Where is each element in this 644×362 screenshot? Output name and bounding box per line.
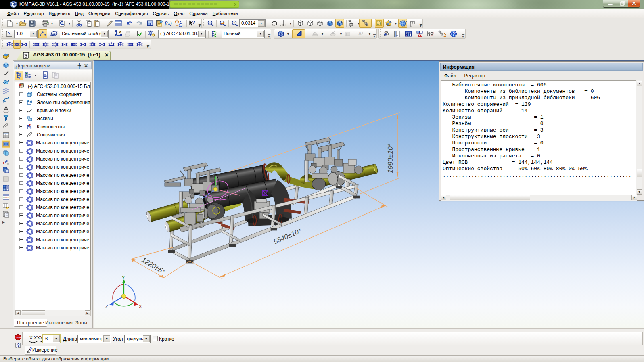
svg-text:?: ? [17,343,20,347]
svg-text:1: 1 [176,20,178,24]
svg-text:STOP: STOP [16,336,21,339]
svg-text:f(x): f(x) [165,21,172,26]
svg-text:?: ? [192,19,195,25]
svg-text:5540±10*: 5540±10* [272,227,303,246]
svg-text:1990±10*: 1990±10* [387,143,394,173]
svg-text:Z: Z [105,304,108,309]
svg-text:X: X [139,304,142,309]
svg-text:2: 2 [180,24,182,27]
svg-text:?: ? [29,347,32,352]
svg-text:Y: Y [122,275,125,280]
svg-text:A: A [358,31,362,36]
svg-text:ТШ: ТШ [406,34,410,36]
svg-text:1220±5*: 1220±5* [140,256,167,276]
svg-text:?: ? [452,31,455,36]
